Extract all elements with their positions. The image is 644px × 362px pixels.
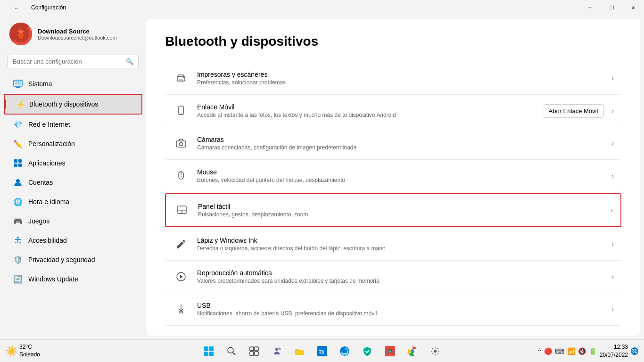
teams-button[interactable] (266, 341, 287, 362)
taskbar-center: 🛍 🎮 (198, 341, 446, 362)
sidebar-item-personalizacion[interactable]: ✏️ Personalización (4, 134, 142, 153)
lapiz-chevron: › (611, 240, 614, 248)
camaras-title: Cámaras (197, 136, 608, 143)
svg-text:🛍: 🛍 (318, 348, 324, 355)
profile-area: Download Source Downloadsourcenet@outloo… (0, 15, 146, 53)
svg-rect-35 (250, 352, 254, 355)
windows-update-icon: 🔄 (13, 274, 23, 284)
time-display[interactable]: 12:33 20/07/2022 (600, 343, 628, 359)
back-button[interactable]: ← (6, 0, 27, 15)
sidebar-item-windows-update[interactable]: 🔄 Windows Update (4, 270, 142, 288)
sidebar-item-juegos[interactable]: 🎮 Juegos (4, 212, 142, 230)
taskbar: ☀️ 32°C Soleado (0, 339, 644, 362)
mouse-action: › (608, 172, 614, 180)
taskbar-search-icon (227, 346, 236, 356)
xbox-icon: 🎮 (385, 346, 395, 356)
camaras-icon (173, 135, 190, 152)
close-button[interactable]: ✕ (622, 0, 644, 15)
search-input[interactable] (13, 58, 122, 65)
personalizacion-icon: ✏️ (13, 139, 23, 148)
edge-button[interactable] (334, 341, 355, 362)
taskbar-search-button[interactable] (221, 341, 242, 362)
settings-item-lapiz[interactable]: Lápiz y Windows Ink Derecha o izquierda,… (165, 228, 621, 261)
svg-rect-29 (204, 352, 208, 356)
reproduccion-desc: Valores predeterminados para unidades ex… (197, 278, 608, 284)
teams-icon (272, 346, 282, 356)
search-icon: 🔍 (126, 58, 133, 65)
settings-item-camaras[interactable]: Cámaras Cámaras conectadas, configuració… (165, 127, 621, 160)
svg-rect-36 (255, 352, 258, 355)
svg-point-15 (183, 77, 184, 78)
sidebar-item-aplicaciones[interactable]: Aplicaciones (4, 154, 142, 173)
settings-item-impresoras[interactable]: Impresoras y escáneres Preferencias, sol… (165, 62, 621, 95)
task-view-button[interactable] (244, 341, 264, 362)
panel-tactil-text: Panel táctil Pulsaciones, gestos, despla… (198, 203, 607, 218)
antivirus-icon[interactable]: 🔴 (544, 347, 552, 355)
main-content: Bluetooth y dispositivos Impresoras y es… (146, 19, 640, 336)
panel-tactil-icon (173, 202, 190, 219)
sidebar-item-cuentas[interactable]: Cuentas (4, 173, 142, 192)
search-box[interactable]: 🔍 (8, 55, 139, 68)
security-button[interactable] (357, 341, 378, 362)
sidebar-item-accesibilidad[interactable]: Accesibilidad (4, 231, 142, 250)
juegos-icon: 🎮 (13, 216, 23, 226)
date-display: 20/07/2022 (600, 351, 628, 359)
titlebar-controls: ─ ❐ ✕ (579, 0, 644, 15)
abrir-enlace-movil-button[interactable]: Abrir Enlace Móvil (543, 104, 604, 118)
taskbar-right: ^ 🔴 ⌨ 📶 🔇 🔋 12:33 20/07/2022 31 (532, 343, 644, 359)
notification-badge[interactable]: 31 (631, 347, 638, 355)
xbox-button[interactable]: 🎮 (380, 341, 400, 362)
weather-text: 32°C Soleado (19, 344, 40, 358)
settings-item-usb[interactable]: USB Notificaciones, ahorro de batería US… (165, 293, 621, 326)
sidebar-item-label-personalizacion: Personalización (28, 140, 75, 148)
temperature: 32°C (19, 344, 40, 351)
settings-item-reproduccion[interactable]: Reproducción automática Valores predeter… (165, 261, 621, 293)
settings-item-panel-tactil[interactable]: Panel táctil Pulsaciones, gestos, despla… (165, 193, 621, 227)
sidebar-item-privacidad[interactable]: 🛡️ Privacidad y seguridad (4, 250, 142, 269)
show-hidden-icon[interactable]: ^ (538, 347, 541, 355)
svg-rect-10 (18, 164, 22, 167)
mouse-desc: Botones, velocidad del puntero del mouse… (197, 177, 608, 183)
weather-desc: Soleado (19, 351, 40, 359)
taskbar-settings-icon (430, 346, 440, 356)
mouse-title: Mouse (197, 168, 608, 176)
wifi-icon[interactable]: 📶 (567, 347, 575, 355)
file-explorer-button[interactable] (289, 341, 310, 362)
sidebar-item-hora[interactable]: 🌐 Hora e idioma (4, 192, 142, 211)
clock: 12:33 (600, 343, 628, 351)
svg-rect-4 (15, 81, 21, 85)
start-button[interactable] (198, 341, 219, 362)
camaras-desc: Cámaras conectadas, configuración de ima… (197, 144, 608, 151)
taskbar-settings-button[interactable] (425, 341, 446, 362)
sidebar-item-label-cuentas: Cuentas (28, 179, 53, 186)
ms-store-button[interactable]: 🛍 (312, 341, 332, 362)
sidebar-item-red[interactable]: 💎 Red e Internet (4, 115, 142, 134)
security-icon (362, 346, 372, 356)
keyboard-icon[interactable]: ⌨ (555, 347, 564, 355)
chrome-button[interactable] (402, 341, 423, 362)
settings-item-enlace-movil[interactable]: Enlace Móvil Accede al instante a las fo… (165, 95, 621, 127)
reproduccion-text: Reproducción automática Valores predeter… (197, 269, 608, 284)
profile-name: Download Source (38, 28, 117, 35)
lapiz-action: › (608, 240, 614, 248)
reproduccion-chevron: › (611, 273, 614, 280)
sidebar-item-sistema[interactable]: Sistema (4, 74, 142, 93)
sidebar-item-bluetooth[interactable]: ⚡ Bluetooth y dispositivos (4, 94, 142, 115)
ds-logo-icon (12, 25, 29, 42)
sidebar-item-label-red: Red e Internet (28, 121, 70, 128)
battery-icon[interactable]: 🔋 (589, 347, 597, 355)
usb-chevron: › (611, 305, 614, 313)
settings-item-mouse[interactable]: Mouse Botones, velocidad del puntero del… (165, 160, 621, 192)
titlebar: ← Configuración ─ ❐ ✕ (0, 0, 644, 15)
minimize-button[interactable]: ─ (579, 0, 601, 15)
reproduccion-title: Reproducción automática (197, 269, 608, 277)
maximize-button[interactable]: ❐ (601, 0, 622, 15)
volume-icon[interactable]: 🔇 (578, 347, 586, 355)
reproduccion-action: › (608, 273, 614, 280)
aplicaciones-icon (13, 158, 23, 168)
mouse-text: Mouse Botones, velocidad del puntero del… (197, 168, 608, 183)
lapiz-desc: Derecha o izquierda, accesos directos de… (197, 245, 608, 252)
svg-rect-14 (179, 79, 183, 81)
mouse-icon (173, 167, 190, 184)
sidebar-item-label-hora: Hora e idioma (28, 198, 69, 206)
